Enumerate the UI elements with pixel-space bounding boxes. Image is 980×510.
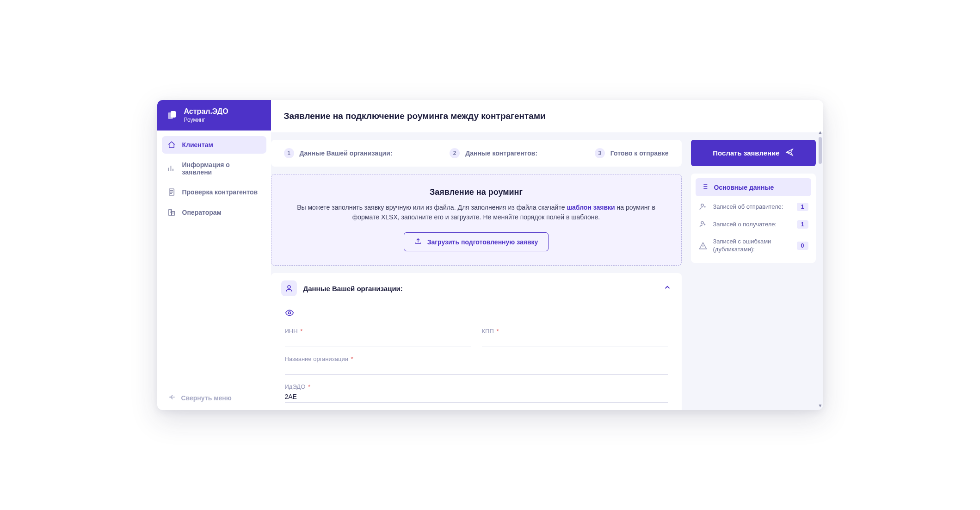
brand-logo-icon: [166, 109, 179, 122]
inn-input[interactable]: [285, 336, 471, 347]
kpp-field: КПП *: [482, 328, 668, 347]
summary-row-sender: Записей об отправителе: 1: [696, 198, 811, 216]
brand-title: Астрал.ЭДО: [184, 107, 228, 116]
page-title: Заявление на подключение роуминга между …: [271, 100, 823, 132]
summary-card: Основные данные Записей об отправителе: …: [691, 174, 816, 263]
eye-icon: [285, 308, 294, 317]
sidebar: Астрал.ЭДО Роуминг Клиентам Информация о…: [157, 100, 271, 410]
org-card-title: Данные Вашей организации:: [303, 285, 657, 292]
content-column: 1 Данные Вашей организации: 2 Данные кон…: [271, 140, 684, 410]
person-arrow-icon: [698, 203, 708, 211]
kpp-label: КПП *: [482, 328, 668, 335]
intro-title: Заявление на роуминг: [290, 187, 663, 197]
sidebar-item-clients[interactable]: Клиентам: [162, 136, 266, 154]
step-label: Данные контрагентов:: [465, 149, 537, 157]
svg-rect-1: [171, 111, 176, 118]
person-arrow-in-icon: [698, 220, 708, 229]
scroll-down-arrow-icon: ▼: [818, 403, 823, 408]
step-number: 3: [595, 148, 605, 158]
kpp-input[interactable]: [482, 336, 668, 347]
sidebar-item-operators[interactable]: Операторам: [162, 204, 266, 221]
summary-header[interactable]: Основные данные: [696, 178, 811, 196]
summary-row-errors: Записей с ошибками (дубликатами): 0: [696, 233, 811, 258]
sidebar-item-label: Проверка контрагентов: [182, 188, 258, 196]
svg-point-8: [701, 222, 703, 224]
chevron-up-icon: [663, 283, 672, 293]
collapse-label: Свернуть меню: [181, 394, 232, 402]
upload-button[interactable]: Загрузить подготовленную заявку: [404, 232, 549, 251]
upload-icon: [414, 237, 422, 246]
sidebar-item-label: Операторам: [182, 209, 222, 216]
org-name-input[interactable]: [285, 363, 668, 375]
visibility-toggle[interactable]: [285, 306, 668, 328]
warning-icon: [698, 242, 708, 250]
summary-label: Записей с ошибками (дубликатами):: [713, 238, 791, 254]
summary-badge: 1: [797, 203, 808, 211]
brand-subtitle: Роуминг: [184, 117, 228, 123]
step-2[interactable]: 2 Данные контрагентов:: [450, 148, 537, 158]
sidebar-item-label: Информация о заявлени: [182, 161, 261, 176]
summary-label: Записей о получателе:: [713, 221, 791, 229]
summary-title: Основные данные: [714, 184, 774, 191]
svg-point-7: [701, 204, 703, 206]
sidebar-item-check[interactable]: Проверка контрагентов: [162, 183, 266, 201]
submit-label: Послать заявление: [713, 149, 779, 157]
org-card-body: ИНН * КПП * Название организации *: [271, 304, 682, 410]
org-card-header[interactable]: Данные Вашей организации:: [271, 273, 682, 304]
inn-label: ИНН *: [285, 328, 471, 335]
idedo-label: ИдЭДО *: [285, 383, 668, 390]
summary-badge: 1: [797, 220, 808, 229]
step-number: 1: [284, 148, 294, 158]
bar-chart-icon: [167, 164, 176, 173]
scroll-thumb[interactable]: [819, 137, 822, 164]
summary-badge: 0: [797, 242, 808, 250]
intro-text: Вы можете заполнить заявку вручную или и…: [290, 203, 663, 222]
idedo-input[interactable]: [285, 391, 668, 403]
send-icon: [785, 148, 794, 158]
upload-label: Загрузить подготовленную заявку: [427, 238, 538, 246]
list-icon: [701, 183, 709, 192]
step-1[interactable]: 1 Данные Вашей организации:: [284, 148, 393, 158]
intro-card: Заявление на роуминг Вы можете заполнить…: [271, 174, 682, 266]
step-3[interactable]: 3 Готово к отправке: [595, 148, 669, 158]
document-icon: [167, 188, 176, 196]
sidebar-item-label: Клиентам: [182, 141, 213, 149]
brand-header: Астрал.ЭДО Роуминг: [157, 100, 271, 131]
template-link[interactable]: шаблон заявки: [567, 204, 615, 211]
idedo-field: ИдЭДО *: [285, 383, 668, 403]
scroll-up-arrow-icon: ▲: [818, 130, 823, 135]
stepper: 1 Данные Вашей организации: 2 Данные кон…: [271, 140, 682, 167]
arrow-left-icon: [167, 393, 176, 403]
main-area: Заявление на подключение роуминга между …: [271, 100, 823, 410]
org-card: Данные Вашей организации: ИНН *: [271, 273, 682, 410]
person-icon: [281, 280, 297, 296]
step-label: Готово к отправке: [610, 149, 669, 157]
svg-point-6: [288, 312, 290, 314]
home-icon: [167, 141, 176, 149]
svg-rect-4: [172, 211, 174, 215]
sidebar-item-info[interactable]: Информация о заявлени: [162, 156, 266, 180]
summary-label: Записей об отправителе:: [713, 203, 791, 211]
right-panel: Послать заявление Основные данные: [691, 140, 816, 410]
org-name-field: Название организации *: [285, 355, 668, 375]
scrollbar[interactable]: ▲ ▼: [819, 131, 822, 407]
svg-point-5: [288, 286, 290, 288]
inn-field: ИНН *: [285, 328, 471, 347]
building-icon: [167, 208, 176, 217]
org-name-label: Название организации *: [285, 355, 668, 362]
sidebar-nav: Клиентам Информация о заявлени Проверка …: [157, 131, 271, 386]
submit-button[interactable]: Послать заявление: [691, 140, 816, 166]
summary-row-recipient: Записей о получателе: 1: [696, 216, 811, 233]
step-label: Данные Вашей организации:: [300, 149, 393, 157]
step-number: 2: [450, 148, 460, 158]
app-window: Астрал.ЭДО Роуминг Клиентам Информация о…: [157, 100, 823, 410]
collapse-menu-button[interactable]: Свернуть меню: [157, 386, 271, 410]
